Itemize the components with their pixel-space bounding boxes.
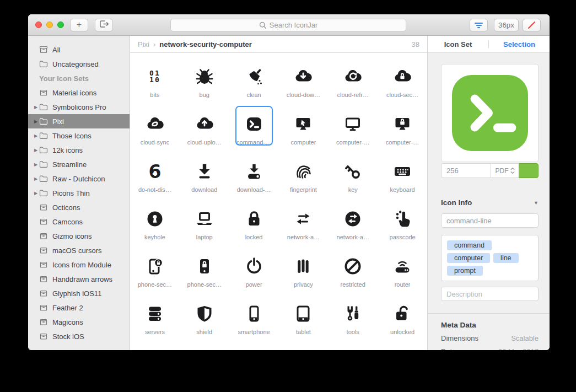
grid-icon-cloud-refr[interactable]: cloud-refr… [328,53,378,100]
search-icon [259,22,267,29]
disclosure-triangle-icon[interactable]: ▶ [33,119,39,124]
sidebar-item-picons-thin[interactable]: ▶Picons Thin [28,186,130,200]
grid-icon-label: locked [245,234,263,240]
sidebar-item-raw-dutchicon[interactable]: ▶Raw - Dutchicon [28,171,130,186]
tag-pill[interactable]: command [447,240,492,250]
sidebar-item-octicons[interactable]: Octicons [28,200,130,214]
export-color-swatch[interactable] [519,163,539,178]
export-size-input[interactable]: 256 [441,163,491,178]
grid-icon-label: fingerprint [290,186,317,193]
sidebar-item-uncategorised[interactable]: Uncategorised [28,57,130,71]
grid-icon-cloud-uplo[interactable]: cloud-uplo… [180,100,229,148]
sidebar-item-macos-cursors[interactable]: macOS cursors [28,243,130,257]
disclosure-triangle-icon[interactable]: ▶ [33,105,39,110]
sidebar-item-pixi[interactable]: ▶Pixi [28,114,130,128]
grid-icon-power[interactable]: power [229,243,279,290]
sidebar-item-stock-ios[interactable]: Stock iOS [28,329,130,343]
grid-icon-servers[interactable]: servers [130,290,180,337]
grid-icon-shield[interactable]: shield [180,290,229,337]
sidebar-item-those-icons[interactable]: ▶Those Icons [28,128,130,143]
add-button[interactable]: + [70,19,88,31]
sidebar-item-12k-icons[interactable]: ▶12k icons [28,143,130,157]
grid-icon-locked[interactable]: locked [229,195,279,243]
grid-icon-router[interactable]: router [378,243,427,290]
icon-name-input[interactable]: command-line [441,213,539,228]
grid-icon-restricted[interactable]: restricted [328,243,378,290]
collapse-chevron-icon[interactable]: ▼ [534,200,539,206]
export-format-value: PDF [496,167,509,175]
grid-icon-download[interactable]: download [180,148,229,195]
grid-icon-tools[interactable]: tools [328,290,378,337]
tag-pill[interactable]: prompt [447,266,483,276]
close-button[interactable] [35,22,42,28]
grid-icon-partial[interactable] [130,337,180,350]
grid-icon-partial[interactable] [180,337,229,350]
titlebar[interactable]: + Search IconJar 36px [28,14,550,36]
grid-icon-network-a[interactable]: network-a… [328,195,378,243]
disclosure-triangle-icon[interactable]: ▶ [33,162,39,167]
arrows-exchange-icon [293,208,314,229]
tab-icon-set[interactable]: Icon Set [428,40,488,49]
sidebar-item-handdrawn-arrows[interactable]: Handdrawn arrows [28,272,130,286]
export-format-select[interactable]: PDF [491,163,519,178]
tag-pill[interactable]: line [493,253,518,263]
color-filter-button[interactable] [523,19,541,31]
sidebar-item-glyphish-ios11[interactable]: Glyphish iOS11 [28,286,130,300]
grid-icon-clean[interactable]: clean [229,53,279,100]
grid-icon-network-a[interactable]: network-a… [279,195,329,243]
sidebar-item-symbolicons-pro[interactable]: ▶Symbolicons Pro [28,100,130,114]
sidebar-item-material-icons[interactable]: Material icons [28,85,130,100]
grid-icon-computer[interactable]: computer [279,100,329,148]
disclosure-triangle-icon[interactable]: ▶ [33,133,39,138]
grid-icon-keyhole[interactable]: keyhole [130,195,180,243]
box-icon [39,246,49,255]
tab-selection[interactable]: Selection [489,40,550,49]
grid-icon-bits[interactable]: 0110bits [130,53,180,100]
sidebar-item-all[interactable]: All [28,42,130,57]
grid-icon-phone-sec[interactable]: phone-sec… [180,243,229,290]
grid-icon-phone-sec[interactable]: phone-sec… [130,243,180,290]
grid-icon-tablet[interactable]: tablet [279,290,329,337]
breadcrumb-set[interactable]: Pixi [138,40,149,49]
grid-icon-keyboard[interactable]: keyboard [378,148,427,195]
grid-icon-bug[interactable]: bug [180,53,229,100]
grid-icon-label: smartphone [238,329,270,335]
grid-icon-cloud-dow[interactable]: cloud-dow… [279,53,329,100]
sidebar-item-streamline[interactable]: ▶Streamline [28,157,130,171]
grid-icon-cloud-sync[interactable]: cloud-sync [130,100,180,148]
grid-icon-command[interactable]: command-… [229,100,279,148]
grid-icon-fingerprint[interactable]: fingerprint [279,148,329,195]
grid-icon-cloud-sec[interactable]: cloud-sec… [378,53,427,100]
inspector-tabs: Icon Set Selection [428,36,550,53]
grid-icon-computer[interactable]: computer-… [378,100,427,148]
download-icon [194,161,215,182]
tag-pill[interactable]: computer [447,253,490,263]
fullscreen-button[interactable] [57,22,64,28]
sidebar-item-gizmo-icons[interactable]: Gizmo icons [28,229,130,243]
grid-icon-computer[interactable]: computer-… [328,100,378,148]
grid-icon-privacy[interactable]: privacy [279,243,329,290]
filter-button[interactable] [470,19,488,31]
icon-count-badge: 38 [412,40,419,49]
tags-input[interactable]: commandcomputerlineprompt [441,235,539,281]
sidebar-item-feather-2[interactable]: Feather 2 [28,300,130,315]
disclosure-triangle-icon[interactable]: ▶ [33,148,39,153]
grid-icon-passcode[interactable]: passcode [378,195,427,243]
description-input[interactable]: Description [441,287,539,301]
minimize-button[interactable] [46,22,53,28]
sidebar-item-magicons[interactable]: Magicons [28,315,130,329]
grid-icon-do-not-dis[interactable]: 6do-not-dis… [130,148,180,195]
export-button[interactable] [95,19,113,31]
icon-size-button[interactable]: 36px [494,19,519,31]
sidebar-item-camcons[interactable]: Camcons [28,214,130,229]
grid-icon-key[interactable]: key [328,148,378,195]
grid-icon-download[interactable]: download-… [229,148,279,195]
search-input[interactable]: Search IconJar [170,19,406,31]
grid-icon-smartphone[interactable]: smartphone [229,290,279,337]
sidebar-item-icons-from-module[interactable]: Icons from Module [28,257,130,272]
grid-icon-laptop[interactable]: laptop [180,195,229,243]
grid-icon-unlocked[interactable]: unlocked [378,290,427,337]
power-icon [244,256,265,277]
disclosure-triangle-icon[interactable]: ▶ [33,191,39,196]
disclosure-triangle-icon[interactable]: ▶ [33,176,39,181]
